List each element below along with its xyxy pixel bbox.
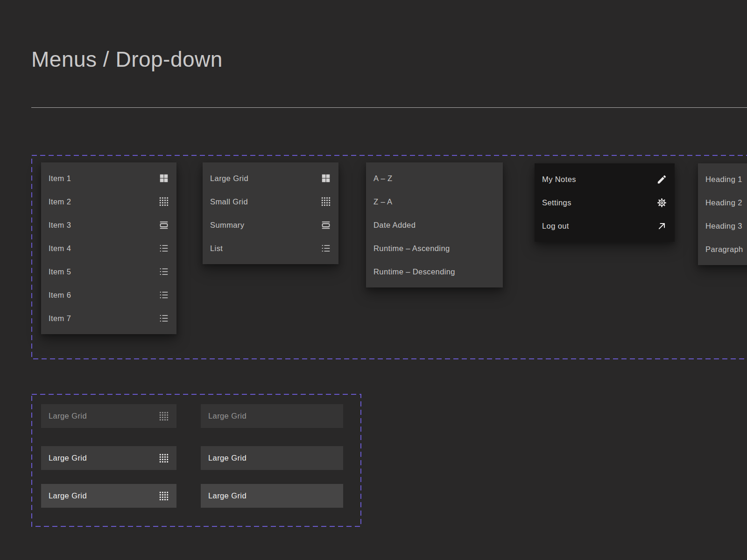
small-grid-icon xyxy=(321,196,331,207)
menu-item-label: Summary xyxy=(210,221,244,230)
external-arrow-icon xyxy=(656,221,667,231)
dropdown-menu-sort: A – Z Z – A Date Added Runtime – Ascendi… xyxy=(366,162,503,287)
menu-item-item-2[interactable]: Item 2 xyxy=(41,190,176,213)
menu-item-label: Large Grid xyxy=(49,491,87,500)
menu-item-label: Item 4 xyxy=(49,244,71,253)
menu-item-label: Large Grid xyxy=(208,412,247,420)
menu-item-label: Log out xyxy=(542,222,569,231)
menu-item-label: My Notes xyxy=(542,175,576,184)
dropdown-menu-account: My Notes Settings Log out xyxy=(535,163,675,242)
menu-item-label: Heading 3 xyxy=(705,222,742,231)
menu-item-heading-3[interactable]: Heading 3 xyxy=(698,214,747,238)
menu-item-label: Paragraph xyxy=(705,245,743,254)
menu-item-item-4[interactable]: Item 4 xyxy=(41,237,176,260)
menu-item-item-7[interactable]: Item 7 xyxy=(41,307,176,330)
menu-item-item-3[interactable]: Item 3 xyxy=(41,213,176,237)
small-grid-icon xyxy=(159,453,169,463)
menu-item-state-pressed-with-icon[interactable]: Large Grid xyxy=(41,484,176,508)
menu-item-heading-2[interactable]: Heading 2 xyxy=(698,191,747,214)
list-icon xyxy=(159,243,169,253)
menu-item-label: Item 5 xyxy=(49,267,71,276)
menu-item-runtime-descending[interactable]: Runtime – Descending xyxy=(366,260,503,283)
small-grid-icon xyxy=(159,196,169,207)
menu-item-label: Large Grid xyxy=(208,454,247,462)
design-system-page: Menus / Drop-down Item 1 Item 2 Item 3 I… xyxy=(0,0,747,560)
menu-item-label: Item 6 xyxy=(49,291,71,300)
menu-item-summary[interactable]: Summary xyxy=(203,213,338,237)
list-icon xyxy=(159,313,169,323)
menu-item-settings[interactable]: Settings xyxy=(535,191,675,214)
list-icon xyxy=(159,290,169,300)
header-divider xyxy=(31,107,747,108)
menu-item-state-hover-with-icon[interactable]: Large Grid xyxy=(41,446,176,470)
large-grid-icon xyxy=(159,173,169,183)
menu-item-label: Large Grid xyxy=(49,412,87,420)
menu-item-label: Large Grid xyxy=(49,454,87,462)
menu-item-label: Item 3 xyxy=(49,221,71,230)
summary-icon xyxy=(321,220,331,230)
menu-item-label: Heading 1 xyxy=(705,175,742,184)
menu-item-state-default-no-icon[interactable]: Large Grid xyxy=(201,404,343,428)
menu-item-large-grid[interactable]: Large Grid xyxy=(203,167,338,190)
small-grid-icon xyxy=(159,411,169,421)
menu-item-item-5[interactable]: Item 5 xyxy=(41,260,176,283)
menu-item-state-pressed-no-icon[interactable]: Large Grid xyxy=(201,484,343,508)
menu-item-label: Large Grid xyxy=(210,174,248,183)
menu-item-small-grid[interactable]: Small Grid xyxy=(203,190,338,213)
menu-item-heading-1[interactable]: Heading 1 xyxy=(698,168,747,191)
menu-item-paragraph[interactable]: Paragraph xyxy=(698,238,747,261)
pencil-icon xyxy=(656,174,667,185)
menu-item-label: Runtime – Ascending xyxy=(374,244,450,253)
page-title: Menus / Drop-down xyxy=(31,47,223,72)
dropdown-menu-view-options: Large Grid Small Grid Summary List xyxy=(203,162,338,264)
menu-item-my-notes[interactable]: My Notes xyxy=(535,168,675,191)
list-icon xyxy=(321,243,331,253)
menu-item-state-default-with-icon[interactable]: Large Grid xyxy=(41,404,176,428)
menu-item-label: Large Grid xyxy=(208,491,247,500)
menu-item-z-a[interactable]: Z – A xyxy=(366,190,503,213)
list-icon xyxy=(159,266,169,277)
menu-item-label: Heading 2 xyxy=(705,198,742,207)
summary-icon xyxy=(159,220,169,230)
menu-item-item-6[interactable]: Item 6 xyxy=(41,283,176,307)
menu-item-label: Small Grid xyxy=(210,197,248,206)
menu-item-item-1[interactable]: Item 1 xyxy=(41,167,176,190)
menu-item-a-z[interactable]: A – Z xyxy=(366,167,503,190)
menu-item-date-added[interactable]: Date Added xyxy=(366,213,503,237)
menu-item-state-hover-no-icon[interactable]: Large Grid xyxy=(201,446,343,470)
menu-item-label: A – Z xyxy=(374,174,393,183)
menu-item-label: Z – A xyxy=(374,197,393,206)
menu-item-list[interactable]: List xyxy=(203,237,338,260)
menu-item-label: Settings xyxy=(542,198,571,207)
gear-icon xyxy=(656,197,667,208)
menu-item-label: Item 2 xyxy=(49,197,71,206)
menu-item-label: Item 1 xyxy=(49,174,71,183)
large-grid-icon xyxy=(321,173,331,183)
menu-item-label: Item 7 xyxy=(49,314,71,323)
menu-item-label: List xyxy=(210,244,223,253)
menu-item-label: Date Added xyxy=(374,221,416,230)
menu-item-label: Runtime – Descending xyxy=(374,267,455,276)
small-grid-icon xyxy=(159,491,169,501)
menu-item-runtime-ascending[interactable]: Runtime – Ascending xyxy=(366,237,503,260)
menu-item-log-out[interactable]: Log out xyxy=(535,214,675,238)
dropdown-menu-items: Item 1 Item 2 Item 3 Item 4 Item 5 Item … xyxy=(41,162,176,334)
dropdown-menu-text-styles: Heading 1 Heading 2 Heading 3 Paragraph xyxy=(698,163,747,265)
